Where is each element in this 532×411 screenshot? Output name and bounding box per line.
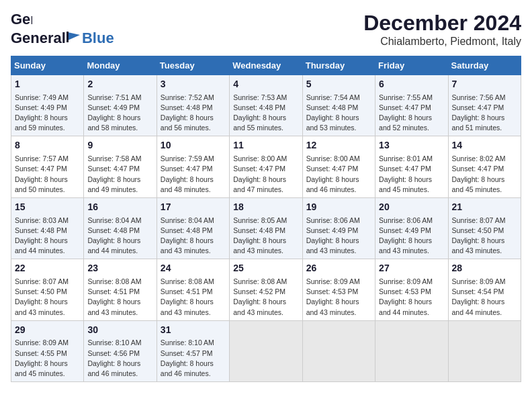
calendar-day-cell: 16Sunrise: 8:04 AM Sunset: 4:48 PM Dayli… bbox=[84, 197, 157, 259]
day-info: Sunrise: 8:09 AM Sunset: 4:55 PM Dayligh… bbox=[15, 338, 80, 379]
weekday-header: Monday bbox=[84, 56, 157, 75]
day-info: Sunrise: 8:00 AM Sunset: 4:47 PM Dayligh… bbox=[233, 154, 298, 195]
day-info: Sunrise: 8:08 AM Sunset: 4:51 PM Dayligh… bbox=[87, 277, 152, 318]
calendar-day-cell: 1Sunrise: 7:49 AM Sunset: 4:49 PM Daylig… bbox=[11, 75, 84, 136]
day-info: Sunrise: 8:02 AM Sunset: 4:47 PM Dayligh… bbox=[452, 154, 517, 195]
svg-rect-2 bbox=[66, 32, 69, 42]
day-number: 8 bbox=[15, 139, 80, 152]
logo-blue: Blue bbox=[82, 30, 114, 47]
calendar-day-cell: 14Sunrise: 8:02 AM Sunset: 4:47 PM Dayli… bbox=[448, 136, 521, 197]
weekday-header: Tuesday bbox=[157, 56, 229, 75]
day-number: 14 bbox=[452, 139, 517, 152]
day-info: Sunrise: 7:58 AM Sunset: 4:47 PM Dayligh… bbox=[87, 154, 152, 195]
day-info: Sunrise: 7:55 AM Sunset: 4:47 PM Dayligh… bbox=[379, 93, 444, 134]
day-info: Sunrise: 7:59 AM Sunset: 4:47 PM Dayligh… bbox=[161, 154, 226, 195]
day-info: Sunrise: 8:00 AM Sunset: 4:47 PM Dayligh… bbox=[306, 154, 371, 195]
day-number: 17 bbox=[161, 201, 226, 214]
calendar-day-cell: 26Sunrise: 8:09 AM Sunset: 4:53 PM Dayli… bbox=[302, 259, 375, 320]
calendar-week-row: 29Sunrise: 8:09 AM Sunset: 4:55 PM Dayli… bbox=[11, 320, 521, 381]
calendar-table: SundayMondayTuesdayWednesdayThursdayFrid… bbox=[11, 56, 521, 382]
calendar-day-cell: 8Sunrise: 7:57 AM Sunset: 4:47 PM Daylig… bbox=[11, 136, 84, 197]
day-number: 7 bbox=[452, 78, 517, 91]
day-info: Sunrise: 8:05 AM Sunset: 4:48 PM Dayligh… bbox=[233, 216, 298, 257]
day-number: 25 bbox=[233, 262, 298, 275]
day-number: 21 bbox=[452, 201, 517, 214]
day-info: Sunrise: 8:10 AM Sunset: 4:57 PM Dayligh… bbox=[161, 338, 226, 379]
month-title: December 2024 bbox=[363, 11, 521, 36]
logo-general: General bbox=[11, 30, 66, 47]
day-info: Sunrise: 7:54 AM Sunset: 4:48 PM Dayligh… bbox=[306, 93, 371, 134]
logo-icon: General bbox=[11, 11, 32, 30]
calendar-day-cell: 11Sunrise: 8:00 AM Sunset: 4:47 PM Dayli… bbox=[230, 136, 302, 197]
day-number: 12 bbox=[306, 139, 371, 152]
day-number: 15 bbox=[15, 201, 80, 214]
calendar-day-cell: 22Sunrise: 8:07 AM Sunset: 4:50 PM Dayli… bbox=[11, 259, 84, 320]
calendar-day-cell: 24Sunrise: 8:08 AM Sunset: 4:51 PM Dayli… bbox=[157, 259, 229, 320]
day-number: 10 bbox=[161, 139, 226, 152]
calendar-week-row: 22Sunrise: 8:07 AM Sunset: 4:50 PM Dayli… bbox=[11, 259, 521, 320]
weekday-header: Thursday bbox=[302, 56, 375, 75]
svg-text:General: General bbox=[11, 11, 32, 28]
day-info: Sunrise: 8:07 AM Sunset: 4:50 PM Dayligh… bbox=[15, 277, 80, 318]
day-info: Sunrise: 8:04 AM Sunset: 4:48 PM Dayligh… bbox=[161, 216, 226, 257]
day-info: Sunrise: 8:04 AM Sunset: 4:48 PM Dayligh… bbox=[87, 216, 152, 257]
page-header: General General Blue December 2024 Chial… bbox=[11, 11, 521, 48]
day-info: Sunrise: 7:49 AM Sunset: 4:49 PM Dayligh… bbox=[15, 93, 80, 134]
day-number: 2 bbox=[87, 78, 152, 91]
title-area: December 2024 Chialamberto, Piedmont, It… bbox=[363, 11, 521, 48]
calendar-day-cell: 15Sunrise: 8:03 AM Sunset: 4:48 PM Dayli… bbox=[11, 197, 84, 259]
day-number: 1 bbox=[15, 78, 80, 91]
calendar-day-cell: 19Sunrise: 8:06 AM Sunset: 4:49 PM Dayli… bbox=[302, 197, 375, 259]
day-info: Sunrise: 8:07 AM Sunset: 4:50 PM Dayligh… bbox=[452, 216, 517, 257]
calendar-day-cell: 23Sunrise: 8:08 AM Sunset: 4:51 PM Dayli… bbox=[84, 259, 157, 320]
day-info: Sunrise: 8:06 AM Sunset: 4:49 PM Dayligh… bbox=[306, 216, 371, 257]
day-number: 19 bbox=[306, 201, 371, 214]
day-number: 9 bbox=[87, 139, 152, 152]
calendar-day-cell: 2Sunrise: 7:51 AM Sunset: 4:49 PM Daylig… bbox=[84, 75, 157, 136]
day-number: 22 bbox=[15, 262, 80, 275]
day-info: Sunrise: 7:56 AM Sunset: 4:47 PM Dayligh… bbox=[452, 93, 517, 134]
day-info: Sunrise: 7:51 AM Sunset: 4:49 PM Dayligh… bbox=[87, 93, 152, 134]
logo: General General Blue bbox=[11, 11, 114, 47]
calendar-day-cell: 25Sunrise: 8:08 AM Sunset: 4:52 PM Dayli… bbox=[230, 259, 302, 320]
day-number: 30 bbox=[87, 324, 152, 337]
day-number: 28 bbox=[452, 262, 517, 275]
calendar-week-row: 8Sunrise: 7:57 AM Sunset: 4:47 PM Daylig… bbox=[11, 136, 521, 197]
weekday-header: Wednesday bbox=[230, 56, 302, 75]
calendar-day-cell: 4Sunrise: 7:53 AM Sunset: 4:48 PM Daylig… bbox=[230, 75, 302, 136]
day-info: Sunrise: 7:57 AM Sunset: 4:47 PM Dayligh… bbox=[15, 154, 80, 195]
weekday-header: Saturday bbox=[448, 56, 521, 75]
calendar-day-cell: 31Sunrise: 8:10 AM Sunset: 4:57 PM Dayli… bbox=[157, 320, 229, 381]
day-number: 4 bbox=[233, 78, 298, 91]
svg-marker-1 bbox=[68, 32, 80, 40]
day-number: 31 bbox=[161, 324, 226, 337]
day-number: 27 bbox=[379, 262, 444, 275]
calendar-day-cell bbox=[375, 320, 448, 381]
calendar-week-row: 1Sunrise: 7:49 AM Sunset: 4:49 PM Daylig… bbox=[11, 75, 521, 136]
calendar-day-cell: 9Sunrise: 7:58 AM Sunset: 4:47 PM Daylig… bbox=[84, 136, 157, 197]
day-info: Sunrise: 8:08 AM Sunset: 4:52 PM Dayligh… bbox=[233, 277, 298, 318]
day-info: Sunrise: 8:01 AM Sunset: 4:47 PM Dayligh… bbox=[379, 154, 444, 195]
weekday-header: Friday bbox=[375, 56, 448, 75]
calendar-day-cell: 28Sunrise: 8:09 AM Sunset: 4:54 PM Dayli… bbox=[448, 259, 521, 320]
day-info: Sunrise: 8:09 AM Sunset: 4:53 PM Dayligh… bbox=[306, 277, 371, 318]
day-info: Sunrise: 8:09 AM Sunset: 4:53 PM Dayligh… bbox=[379, 277, 444, 318]
location-title: Chialamberto, Piedmont, Italy bbox=[363, 36, 521, 48]
calendar-day-cell: 27Sunrise: 8:09 AM Sunset: 4:53 PM Dayli… bbox=[375, 259, 448, 320]
calendar-day-cell bbox=[230, 320, 302, 381]
calendar-day-cell: 29Sunrise: 8:09 AM Sunset: 4:55 PM Dayli… bbox=[11, 320, 84, 381]
day-number: 29 bbox=[15, 324, 80, 337]
day-number: 13 bbox=[379, 139, 444, 152]
day-number: 16 bbox=[87, 201, 152, 214]
calendar-day-cell: 10Sunrise: 7:59 AM Sunset: 4:47 PM Dayli… bbox=[157, 136, 229, 197]
calendar-week-row: 15Sunrise: 8:03 AM Sunset: 4:48 PM Dayli… bbox=[11, 197, 521, 259]
day-info: Sunrise: 8:09 AM Sunset: 4:54 PM Dayligh… bbox=[452, 277, 517, 318]
calendar-day-cell: 12Sunrise: 8:00 AM Sunset: 4:47 PM Dayli… bbox=[302, 136, 375, 197]
calendar-day-cell: 18Sunrise: 8:05 AM Sunset: 4:48 PM Dayli… bbox=[230, 197, 302, 259]
calendar-header-row: SundayMondayTuesdayWednesdayThursdayFrid… bbox=[11, 56, 521, 75]
day-info: Sunrise: 7:53 AM Sunset: 4:48 PM Dayligh… bbox=[233, 93, 298, 134]
day-number: 23 bbox=[87, 262, 152, 275]
day-number: 26 bbox=[306, 262, 371, 275]
calendar-day-cell: 5Sunrise: 7:54 AM Sunset: 4:48 PM Daylig… bbox=[302, 75, 375, 136]
calendar-day-cell: 13Sunrise: 8:01 AM Sunset: 4:47 PM Dayli… bbox=[375, 136, 448, 197]
